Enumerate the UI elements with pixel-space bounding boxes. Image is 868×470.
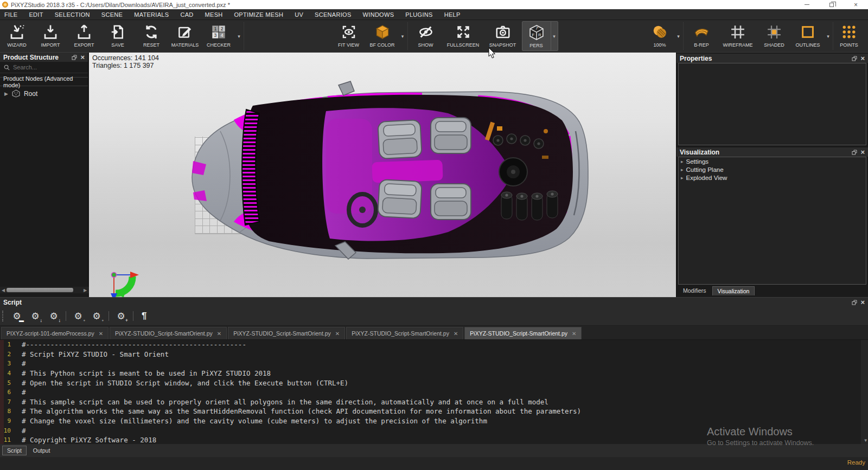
opacity-dropdown-arrow[interactable]: ▾ bbox=[675, 20, 682, 52]
breakpoint-margin[interactable] bbox=[0, 340, 4, 444]
scroll-left-icon[interactable]: ◀ bbox=[0, 288, 7, 293]
tab-modifiers[interactable]: Modifiers bbox=[678, 286, 711, 295]
toolbar-separator bbox=[66, 311, 66, 321]
minimize-button[interactable] bbox=[795, 0, 819, 9]
show-whitespace-button[interactable]: ¶ bbox=[137, 311, 151, 321]
save-script-button[interactable]: ⚙↓ bbox=[27, 309, 43, 323]
car-model-3d-view bbox=[188, 80, 589, 263]
execute-script-button[interactable]: ⚙◦ bbox=[70, 309, 86, 323]
tab-close-icon[interactable]: ✕ bbox=[217, 331, 221, 337]
close-button[interactable]: × bbox=[844, 0, 868, 9]
code-vertical-scrollbar[interactable]: ▼ bbox=[861, 340, 868, 444]
open-script-button[interactable]: ⚙▬ bbox=[9, 309, 25, 323]
save-button[interactable]: SAVE bbox=[101, 20, 135, 52]
script-tab-2[interactable]: PiXYZ-STUDIO_Script-SmartOrient.py✕ bbox=[110, 327, 227, 339]
script-tab-3[interactable]: PiXYZ-STUDIO_Script-SmartOrient.py✕ bbox=[228, 327, 345, 339]
tab-output[interactable]: Output bbox=[29, 446, 55, 455]
pers-button[interactable]: TFR PERS bbox=[522, 22, 551, 50]
export-button[interactable]: EXPORT bbox=[67, 20, 101, 52]
fullscreen-button[interactable]: FULLSCREEN bbox=[443, 20, 484, 52]
visualization-item-settings[interactable]: ▸Settings bbox=[679, 157, 866, 165]
properties-content bbox=[678, 63, 866, 145]
menu-scenarios[interactable]: SCENARIOS bbox=[315, 11, 352, 18]
fullscreen-label: FULLSCREEN bbox=[447, 42, 480, 48]
tab-close-icon[interactable]: ✕ bbox=[454, 331, 458, 337]
script-tab-5-active[interactable]: PiXYZ-STUDIO_Script-SmartOrient.py✕ bbox=[464, 327, 582, 339]
search-input[interactable] bbox=[13, 64, 73, 70]
brep-label: B-REP bbox=[694, 42, 709, 48]
menu-edit[interactable]: EDIT bbox=[29, 11, 43, 18]
show-button[interactable]: SHOW bbox=[409, 20, 443, 52]
opacity-100-button[interactable]: 100% bbox=[644, 20, 675, 52]
expander-icon[interactable]: ▶ bbox=[4, 91, 8, 96]
bf-color-icon bbox=[374, 24, 391, 40]
brep-button[interactable]: B-REP bbox=[685, 20, 718, 52]
panel-close-icon[interactable]: × bbox=[80, 55, 85, 60]
tab-close-icon[interactable]: ✕ bbox=[99, 331, 103, 337]
popout-icon[interactable] bbox=[72, 55, 77, 60]
materials-button[interactable]: MATERIALS bbox=[168, 20, 202, 52]
menu-help[interactable]: HELP bbox=[444, 11, 461, 18]
reset-button[interactable]: RESET bbox=[135, 20, 168, 52]
tab-close-icon[interactable]: ✕ bbox=[572, 331, 576, 337]
scroll-down-icon[interactable]: ▼ bbox=[864, 438, 867, 443]
menu-selection[interactable]: SELECTION bbox=[55, 11, 90, 18]
menu-scene[interactable]: SCENE bbox=[101, 11, 123, 18]
tab-script[interactable]: Script bbox=[2, 446, 27, 455]
bf-color-dropdown-arrow[interactable]: ▾ bbox=[399, 20, 406, 52]
menu-plugins[interactable]: PLUGINS bbox=[405, 11, 432, 18]
shaded-button[interactable]: SHADED bbox=[757, 20, 791, 52]
menu-materials[interactable]: MATERIALS bbox=[134, 11, 169, 18]
pers-dropdown-arrow[interactable]: ▾ bbox=[551, 22, 558, 50]
scroll-right-icon[interactable]: ▶ bbox=[82, 288, 88, 293]
popout-icon[interactable] bbox=[852, 56, 857, 61]
menu-uv[interactable]: UV bbox=[295, 11, 303, 18]
fit-view-button[interactable]: FIT VIEW bbox=[332, 20, 366, 52]
panel-close-icon[interactable]: × bbox=[860, 300, 865, 305]
pers-label: PERS bbox=[529, 43, 543, 48]
checker-dropdown-arrow[interactable]: ▾ bbox=[235, 20, 242, 52]
toolbar-grip[interactable] bbox=[2, 311, 4, 321]
tab-visualization[interactable]: Visualization bbox=[712, 286, 755, 295]
new-script-button[interactable]: ⚙+ bbox=[113, 309, 129, 323]
panel-close-icon[interactable]: × bbox=[860, 150, 865, 155]
close-icon: × bbox=[854, 2, 858, 8]
bf-color-button[interactable]: BF COLOR bbox=[366, 20, 399, 52]
menu-file[interactable]: FILE bbox=[4, 11, 17, 18]
code-line: 6# bbox=[0, 388, 868, 397]
execute-selection-button[interactable]: ⚙◦ bbox=[88, 309, 105, 323]
pers-cube-icon: TFR bbox=[528, 24, 545, 41]
menu-optimize-mesh[interactable]: OPTIMIZE MESH bbox=[234, 11, 284, 18]
restore-button[interactable] bbox=[819, 0, 844, 9]
opacity-label: 100% bbox=[653, 42, 666, 48]
script-tab-1[interactable]: PIXYZ-script-101-demoProcess.py✕ bbox=[1, 327, 108, 339]
import-button[interactable]: IMPORT bbox=[34, 20, 67, 52]
popout-icon[interactable] bbox=[852, 150, 857, 155]
wizard-button[interactable]: WIZARD bbox=[0, 20, 34, 52]
horizontal-scrollbar[interactable]: ◀ ▶ bbox=[0, 287, 88, 293]
checker-button[interactable]: 1234 CHECKER bbox=[202, 20, 235, 52]
save-script-as-button[interactable]: ⚙↓ bbox=[46, 309, 62, 323]
tab-close-icon[interactable]: ✕ bbox=[335, 331, 340, 337]
script-tab-4[interactable]: PiXYZ-STUDIO_Script-SmartOrient.py✕ bbox=[346, 327, 463, 339]
search-icon bbox=[4, 65, 10, 70]
script-panel: Script × ⚙▬ ⚙↓ ⚙↓ ⚙◦ ⚙◦ ⚙+ ¶ PIXYZ-scrip… bbox=[0, 297, 868, 458]
menu-cad[interactable]: CAD bbox=[180, 11, 193, 18]
menu-windows[interactable]: WINDOWS bbox=[363, 11, 394, 18]
popout-icon[interactable] bbox=[852, 300, 857, 305]
visualization-item-exploded-view[interactable]: ▸Exploded View bbox=[679, 173, 866, 182]
outlines-button[interactable]: OUTLINES bbox=[791, 20, 825, 52]
outlines-dropdown-arrow[interactable]: ▾ bbox=[825, 20, 832, 52]
points-icon bbox=[841, 24, 857, 40]
wireframe-button[interactable]: WIREFRAME bbox=[718, 20, 757, 52]
svg-text:F: F bbox=[532, 33, 534, 37]
points-button[interactable]: POINTS bbox=[834, 20, 864, 52]
viewport-3d[interactable]: Occurrences: 141 104 Triangles: 1 175 39… bbox=[89, 53, 676, 297]
code-editor[interactable]: 1#--------------------------------------… bbox=[0, 340, 868, 444]
svg-text:1: 1 bbox=[214, 26, 216, 31]
scrollbar-thumb[interactable] bbox=[7, 288, 73, 292]
menu-mesh[interactable]: MESH bbox=[205, 11, 223, 18]
code-line: 8# The algorithm works the same way as t… bbox=[0, 407, 868, 416]
panel-close-icon[interactable]: × bbox=[860, 56, 865, 61]
visualization-item-cutting-plane[interactable]: ▸Cutting Plane bbox=[679, 165, 866, 173]
